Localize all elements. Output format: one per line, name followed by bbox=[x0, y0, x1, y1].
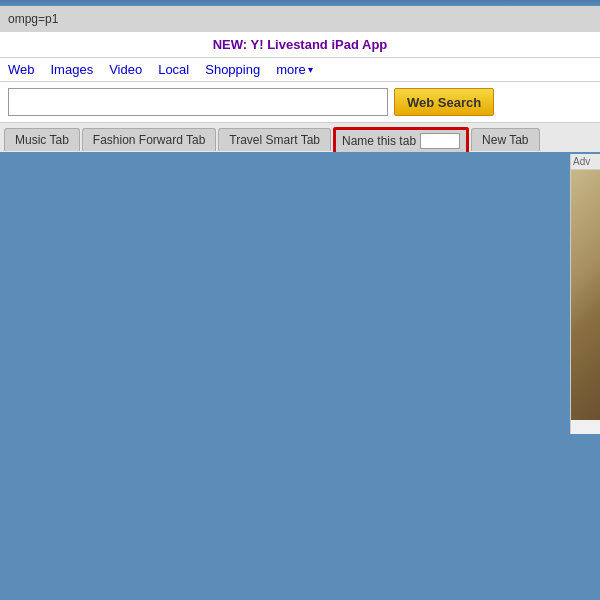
tab-name-this-input[interactable] bbox=[420, 133, 460, 149]
ad-image bbox=[571, 170, 600, 420]
nav-local[interactable]: Local bbox=[158, 62, 189, 77]
more-label: more bbox=[276, 62, 306, 77]
main-content: Adv bbox=[0, 154, 600, 600]
tab-fashion[interactable]: Fashion Forward Tab bbox=[82, 128, 217, 151]
address-text: ompg=p1 bbox=[8, 12, 58, 26]
tab-name-this[interactable]: Name this tab bbox=[333, 127, 469, 152]
tab-bar: Music Tab Fashion Forward Tab Travel Sma… bbox=[0, 123, 600, 154]
address-bar: ompg=p1 bbox=[0, 6, 600, 32]
ad-label: Adv bbox=[571, 154, 600, 170]
nav-links: Web Images Video Local Shopping more ▾ bbox=[0, 58, 600, 82]
nav-web[interactable]: Web bbox=[8, 62, 35, 77]
web-search-button[interactable]: Web Search bbox=[394, 88, 494, 116]
banner-text: NEW: Y! Livestand iPad App bbox=[213, 37, 388, 52]
ad-panel: Adv bbox=[570, 154, 600, 434]
chevron-down-icon: ▾ bbox=[308, 64, 313, 75]
search-input[interactable] bbox=[8, 88, 388, 116]
nav-shopping[interactable]: Shopping bbox=[205, 62, 260, 77]
tab-name-this-label: Name this tab bbox=[342, 134, 416, 148]
more-dropdown[interactable]: more ▾ bbox=[276, 62, 313, 77]
tab-new[interactable]: New Tab bbox=[471, 128, 539, 151]
nav-images[interactable]: Images bbox=[51, 62, 94, 77]
tab-travel[interactable]: Travel Smart Tab bbox=[218, 128, 331, 151]
banner: NEW: Y! Livestand iPad App bbox=[0, 32, 600, 58]
search-bar: Web Search bbox=[0, 82, 600, 123]
tab-music[interactable]: Music Tab bbox=[4, 128, 80, 151]
nav-video[interactable]: Video bbox=[109, 62, 142, 77]
